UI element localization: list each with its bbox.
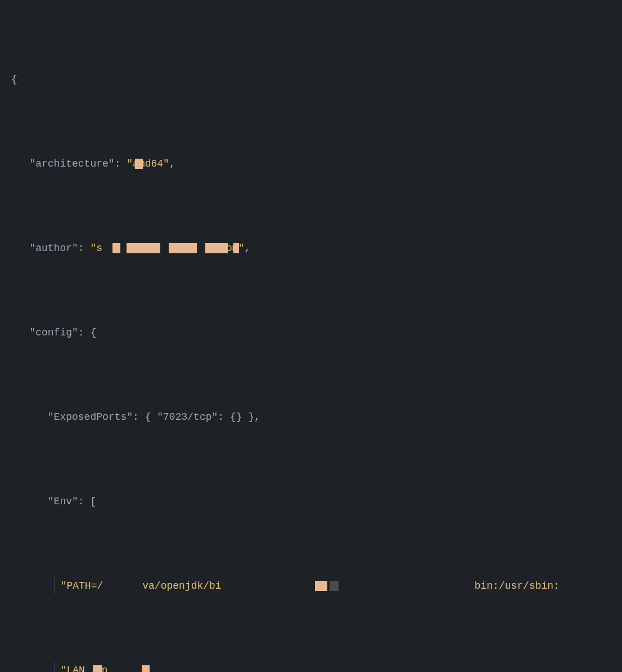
code-line[interactable]: "author": "som", <box>11 240 622 257</box>
code-line[interactable]: "PATH=/va/openjdk/bibin:/usr/sbin: <box>11 577 622 594</box>
json-string: "LAN <box>61 665 85 672</box>
code-line[interactable]: "Env": [ <box>11 493 622 510</box>
json-key: "config" <box>29 327 78 338</box>
json-key: "architecture" <box>29 158 114 169</box>
brace: { <box>90 327 96 338</box>
code-line[interactable]: "architecture": "amd64", <box>11 155 622 172</box>
code-line[interactable]: "LANn_ <box>11 662 622 672</box>
code-editor[interactable]: { "architecture": "amd64", "author": "so… <box>0 0 622 672</box>
code-line[interactable]: { <box>11 71 622 88</box>
json-key: "author" <box>29 243 78 254</box>
json-key: "ExposedPorts" <box>48 411 133 423</box>
code-line[interactable]: "ExposedPorts": { "7023/tcp": {} }, <box>11 409 622 425</box>
json-key: "Env" <box>48 496 78 507</box>
json-string: "amd64" <box>127 158 169 169</box>
json-string: "s <box>90 243 102 254</box>
bracket: [ <box>90 496 96 507</box>
code-line[interactable]: "config": { <box>11 324 622 341</box>
brace: { <box>11 74 17 85</box>
json-string: "PATH=/ <box>61 580 103 592</box>
